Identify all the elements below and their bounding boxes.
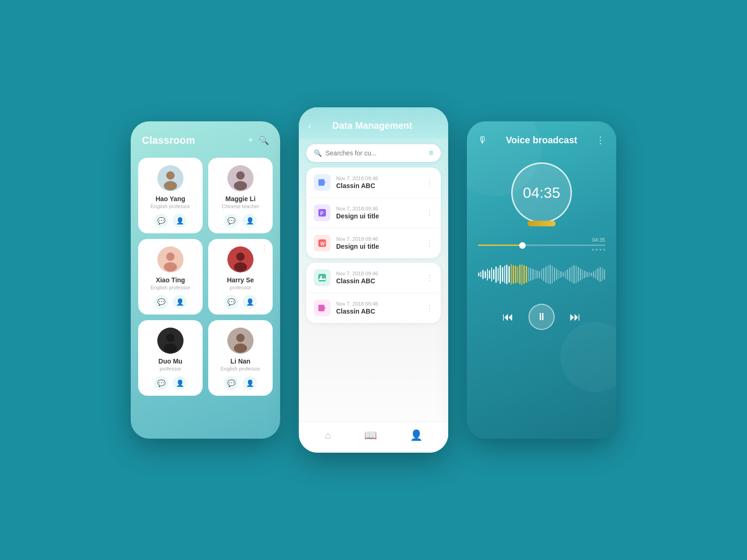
progress-bar-container: 04:35 [478,237,605,251]
search-bar[interactable]: 🔍 ≡ [306,144,441,162]
back-button[interactable]: ‹ [308,120,311,131]
progress-track[interactable] [478,245,605,246]
waveform-bar-44 [573,265,575,284]
pause-button[interactable]: ⏸ [529,304,555,330]
more-dots-harry-se[interactable]: ⋮ [261,244,268,252]
action-btns-harry-se: 💬 👤 [224,295,257,309]
person-card-li-nan[interactable]: Li Nan English professor 💬 👤 [208,320,273,396]
progress-fill [478,245,522,246]
rewind-button[interactable]: ⏮ [502,310,514,323]
waveform-bar-49 [584,271,585,278]
file-item-2[interactable]: P Nov 7, 2018 09:46 Design ui title ⋮ [308,198,439,228]
forward-button[interactable]: ⏭ [570,310,581,323]
nav-user-icon[interactable]: 👤 [410,429,423,441]
waveform-bar-14 [508,266,510,283]
file-more-1[interactable]: ⋮ [426,178,433,187]
profile-btn-xiao-ting[interactable]: 👤 [173,295,187,309]
waveform-bar-0 [478,273,479,276]
waveform-bar-37 [558,270,560,279]
waveform-bar-29 [541,269,543,280]
add-icon[interactable]: + [248,135,253,146]
message-btn-li-nan[interactable]: 💬 [224,376,238,390]
file-more-3[interactable]: ⋮ [426,239,433,248]
file-more-4[interactable]: ⋮ [426,273,433,282]
svg-text:W: W [320,241,325,246]
filter-icon[interactable]: ≡ [429,149,433,157]
message-btn-xiao-ting[interactable]: 💬 [154,295,168,309]
action-btns-duo-mu: 💬 👤 [154,376,187,390]
avatar-xiao-ting [157,246,183,273]
file-item-3[interactable]: W Nov 7, 2018 09:46 Design ui title ⋮ [308,228,439,258]
dot-4 [603,249,605,251]
person-card-hao-yang[interactable]: Hao Yang English professor 💬 👤 [138,158,203,233]
message-btn-harry-se[interactable]: 💬 [224,295,238,309]
file-item-1[interactable]: Nov 7, 2018 09:46 Classin ABC ⋮ [308,168,439,198]
waveform-bar-18 [517,266,519,283]
classroom-title: Classroom [142,134,195,147]
role-hao-yang: English professor [151,203,190,209]
file-card-group1: Nov 7, 2018 09:46 Classin ABC ⋮ P Nov 7,… [306,168,441,258]
waveform-bar-10 [500,265,501,284]
waveform-bar-41 [567,269,568,280]
waveform-bar-11 [502,267,503,282]
search-icon[interactable]: 🔍 [259,135,269,146]
waveform-bar-31 [545,266,547,283]
data-mgmt-header: ‹ Data Management [299,107,448,139]
profile-btn-maggie-li[interactable]: 👤 [243,214,257,228]
nav-home-icon[interactable]: ⌂ [324,429,331,441]
file-more-2[interactable]: ⋮ [426,209,433,217]
message-btn-duo-mu[interactable]: 💬 [154,376,168,390]
waveform-bar-9 [498,268,499,281]
search-icon: 🔍 [314,149,322,157]
person-card-duo-mu[interactable]: Duo Mu professor 💬 👤 [138,320,203,396]
profile-btn-li-nan[interactable]: 👤 [243,376,257,390]
waveform-bar-55 [597,268,599,280]
more-options-icon[interactable]: ⋮ [596,134,605,146]
waveform-bar-1 [480,272,482,277]
waveform-bar-50 [586,272,588,277]
svg-point-16 [236,334,245,342]
file-name-4: Classin ABC [336,277,420,285]
name-hao-yang: Hao Yang [155,195,185,203]
waveform-bar-43 [571,266,573,283]
waveform-bar-47 [580,268,581,280]
avatar-hao-yang [157,165,183,191]
waveform-bar-57 [602,268,603,281]
file-card-group2: Nov 7, 2018 09:46 Classin ABC ⋮ Nov 7, 2… [306,263,441,323]
profile-btn-duo-mu[interactable]: 👤 [173,376,187,390]
file-item-4[interactable]: Nov 7, 2018 09:46 Classin ABC ⋮ [308,263,439,293]
file-more-5[interactable]: ⋮ [426,304,433,313]
profile-btn-harry-se[interactable]: 👤 [243,295,257,309]
file-date-4: Nov 7, 2018 09:46 [336,271,420,276]
nav-book-icon[interactable]: 📖 [364,429,377,441]
dot-3 [599,249,601,251]
waveform-bar-33 [550,265,551,284]
waveform-bar-58 [604,269,605,280]
message-btn-hao-yang[interactable]: 💬 [154,214,168,228]
dots-row [478,249,605,251]
waveform-bar-36 [556,269,557,280]
waveform-bar-54 [595,270,597,279]
person-card-xiao-ting[interactable]: Xiao Ting English professor 💬 👤 [138,239,203,315]
svg-text:P: P [320,211,324,216]
waveform-bar-24 [530,268,531,281]
person-card-harry-se[interactable]: ⋮ Harry Se professor 💬 👤 [208,239,273,315]
file-date-5: Nov 7, 2018 09:46 [336,301,420,307]
action-btns-hao-yang: 💬 👤 [154,214,187,228]
role-li-nan: English professor [221,366,261,371]
time-label: 04:35 [478,237,605,243]
svg-point-13 [166,334,175,342]
file-item-5[interactable]: Nov 7, 2018 09:46 Classin ABC ⋮ [308,293,439,323]
waveform-bar-6 [491,267,493,281]
waveform-bar-35 [554,267,555,281]
profile-btn-hao-yang[interactable]: 👤 [173,214,187,228]
svg-point-14 [164,343,177,353]
person-card-maggie-li[interactable]: Maggie Li Chinese teacher 💬 👤 [208,158,273,233]
data-mgmt-title: Data Management [317,120,428,131]
waveform-bar-53 [593,271,594,278]
name-harry-se: Harry Se [227,276,254,284]
avatar-li-nan [227,328,254,354]
message-btn-maggie-li[interactable]: 💬 [224,214,238,228]
svg-rect-24 [318,274,326,281]
search-input[interactable] [325,149,425,157]
